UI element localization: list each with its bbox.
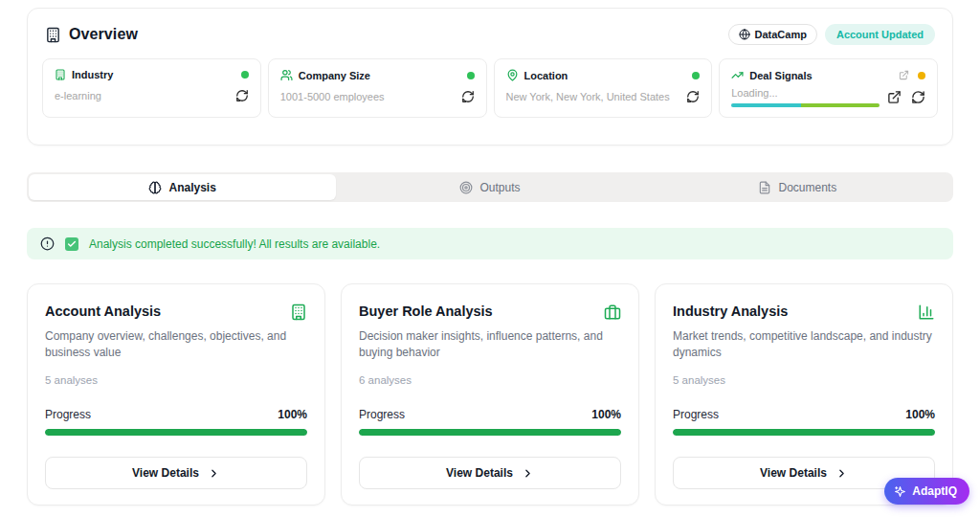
overview-page: Overview DataCamp Account Updated <box>0 0 980 517</box>
loading-progress-lime <box>801 103 880 107</box>
account-updated-badge: Account Updated <box>825 24 935 45</box>
progress-value: 100% <box>591 408 621 421</box>
info-card-industry-value-row: e-learning <box>55 89 249 102</box>
page-title: Overview <box>69 26 138 43</box>
progress-bar <box>359 429 621 436</box>
info-card-value: e-learning <box>55 90 101 101</box>
tab-analysis[interactable]: Analysis <box>29 174 336 200</box>
card-title: Account Analysis <box>45 303 161 319</box>
loading-progress-teal <box>731 103 801 107</box>
view-details-button[interactable]: View Details <box>45 457 307 489</box>
progress-bar <box>45 429 307 436</box>
info-card-deal-signals-header: Deal Signals <box>731 69 925 81</box>
progress-value: 100% <box>905 408 935 421</box>
building-icon <box>45 27 61 43</box>
refresh-button[interactable] <box>911 90 925 104</box>
card-account-analysis: Account Analysis Company overview, chall… <box>27 283 325 506</box>
trending-up-icon <box>731 69 744 81</box>
tab-documents-label: Documents <box>778 181 836 194</box>
sparkles-icon <box>894 485 906 498</box>
info-card-label: Deal Signals <box>749 70 812 81</box>
map-pin-icon <box>506 69 519 81</box>
adaptiq-button[interactable]: AdaptIQ <box>884 478 969 505</box>
deal-signals-actions <box>887 90 925 104</box>
card-description: Company overview, challenges, objectives… <box>45 328 307 362</box>
deal-signals-loading: Loading... <box>731 87 880 107</box>
overview-panel: Overview DataCamp Account Updated <box>27 8 953 146</box>
datacamp-badge-label: DataCamp <box>755 29 807 40</box>
progress-row: Progress 100% <box>45 408 307 421</box>
info-card-label: Location <box>524 70 568 81</box>
chevron-right-icon <box>835 467 848 480</box>
bar-chart-icon <box>918 303 935 321</box>
info-card-company-size-value-row: 1001-5000 employees <box>280 90 475 103</box>
external-link-icon[interactable] <box>899 70 909 80</box>
card-buyer-role-analysis: Buyer Role Analysis Decision maker insig… <box>341 283 639 506</box>
success-alert: Analysis completed successfully! All res… <box>27 228 953 259</box>
overview-title-wrap: Overview <box>45 26 138 43</box>
card-description: Market trends, competitive landscape, an… <box>673 328 935 362</box>
info-card-label: Industry <box>72 69 113 80</box>
tab-outputs[interactable]: Outputs <box>336 174 643 200</box>
view-details-label: View Details <box>760 466 827 480</box>
info-card-industry: Industry e-learning <box>42 58 261 118</box>
tab-documents[interactable]: Documents <box>644 174 951 200</box>
progress-bar-fill <box>359 429 621 436</box>
progress-bar <box>673 429 935 436</box>
external-link-button[interactable] <box>887 90 902 104</box>
info-card-deal-signals-value-row: Loading... <box>731 87 925 107</box>
building-icon <box>290 303 307 321</box>
status-dot <box>692 72 700 79</box>
refresh-button[interactable] <box>235 89 249 102</box>
refresh-button[interactable] <box>461 90 475 103</box>
card-title: Buyer Role Analysis <box>359 303 493 319</box>
info-card-deal-signals: Deal Signals Loading... <box>719 58 938 118</box>
briefcase-icon <box>604 303 621 321</box>
card-buyer-role-analysis-header: Buyer Role Analysis <box>359 303 621 321</box>
tab-outputs-label: Outputs <box>479 181 520 194</box>
tab-analysis-label: Analysis <box>168 181 215 194</box>
progress-label: Progress <box>673 408 719 421</box>
info-card-value: 1001-5000 employees <box>280 91 385 102</box>
card-account-analysis-header: Account Analysis <box>45 303 307 321</box>
analysis-cards-row: Account Analysis Company overview, chall… <box>27 283 953 506</box>
card-industry-analysis-header: Industry Analysis <box>673 303 935 321</box>
checkbox-checked-icon[interactable] <box>65 237 78 251</box>
overview-badges: DataCamp Account Updated <box>728 24 935 45</box>
alert-message: Analysis completed successfully! All res… <box>89 237 380 251</box>
progress-bar-fill <box>45 429 307 436</box>
document-icon <box>758 181 771 194</box>
datacamp-badge[interactable]: DataCamp <box>728 24 817 45</box>
target-icon <box>459 181 473 194</box>
info-card-location-header: Location <box>506 69 701 81</box>
loading-progress-bar <box>731 103 880 107</box>
info-card-value: New York, New York, United States <box>506 91 670 102</box>
view-details-label: View Details <box>446 466 513 480</box>
building-icon <box>55 69 66 80</box>
info-card-company-size-header: Company Size <box>280 69 475 81</box>
info-circle-icon <box>40 236 55 251</box>
info-card-industry-header: Industry <box>55 69 249 80</box>
tab-bar: Analysis Outputs Documents <box>27 172 953 202</box>
chevron-right-icon <box>522 467 534 480</box>
chevron-right-icon <box>208 467 220 480</box>
view-details-label: View Details <box>132 466 199 480</box>
view-details-button[interactable]: View Details <box>359 457 621 489</box>
info-card-label: Company Size <box>299 70 370 81</box>
info-card-company-size: Company Size 1001-5000 employees <box>268 58 487 118</box>
adaptiq-label: AdaptIQ <box>912 484 957 498</box>
progress-row: Progress 100% <box>359 408 621 421</box>
progress-row: Progress 100% <box>673 408 935 421</box>
overview-header: Overview DataCamp Account Updated <box>28 9 952 56</box>
brain-icon <box>148 181 162 194</box>
progress-label: Progress <box>359 408 405 421</box>
info-card-location: Location New York, New York, United Stat… <box>494 58 713 118</box>
card-analyses-count: 6 analyses <box>359 374 621 386</box>
info-cards-row: Industry e-learning <box>42 58 938 118</box>
card-title: Industry Analysis <box>673 303 788 319</box>
status-dot <box>467 72 475 79</box>
refresh-button[interactable] <box>686 90 700 103</box>
card-description: Decision maker insights, influence patte… <box>359 328 621 362</box>
status-dot <box>241 71 249 79</box>
account-updated-label: Account Updated <box>836 29 924 40</box>
